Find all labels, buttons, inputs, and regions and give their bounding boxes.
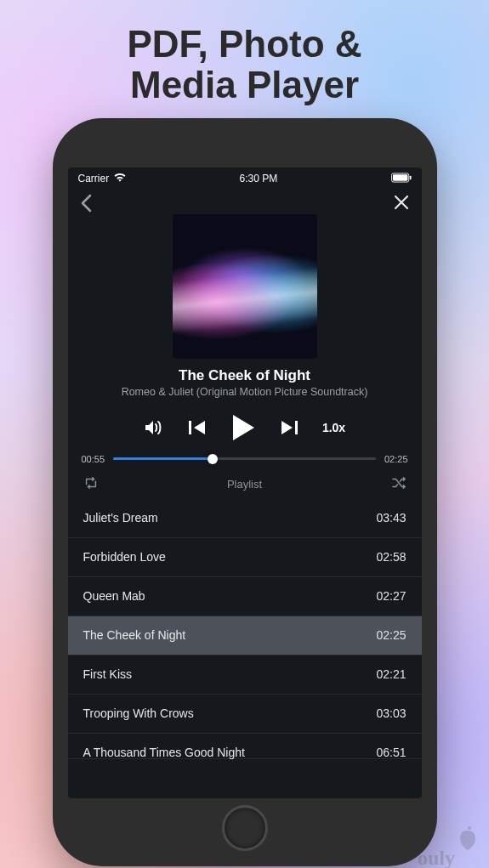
phone-device-frame: Carrier 6:30 PM The Cheek of Night Romeo… <box>53 118 437 866</box>
playlist-item-title: Forbidden Love <box>83 550 166 564</box>
promo-title-line2: Media Player <box>0 65 489 105</box>
playlist-item-duration: 02:58 <box>376 550 406 564</box>
battery-icon <box>391 173 412 185</box>
playlist-item-title: A Thousand Times Good Night <box>83 746 245 759</box>
carrier-label: Carrier <box>78 173 110 184</box>
svg-rect-1 <box>392 174 407 180</box>
play-button[interactable] <box>230 413 256 442</box>
track-artist: Romeo & Juliet (Original Motion Picture … <box>68 386 422 398</box>
svg-text:ouly: ouly <box>418 847 455 868</box>
elapsed-time: 00:55 <box>82 454 105 464</box>
seek-slider[interactable] <box>113 457 376 460</box>
back-button[interactable] <box>80 194 92 216</box>
seek-thumb <box>208 454 218 464</box>
playlist-item[interactable]: Forbidden Love 02:58 <box>68 538 422 577</box>
playlist-item-partial[interactable]: A Thousand Times Good Night 06:51 <box>68 734 422 759</box>
repeat-button[interactable] <box>83 476 99 492</box>
svg-rect-3 <box>189 421 191 434</box>
playlist-item-title: Queen Mab <box>83 589 145 603</box>
playlist-item[interactable]: Trooping With Crows 03:03 <box>68 695 422 734</box>
album-artwork <box>173 214 317 359</box>
status-time: 6:30 PM <box>239 173 277 184</box>
playlist-item-title: Trooping With Crows <box>83 706 194 720</box>
wifi-icon <box>114 173 126 184</box>
close-button[interactable] <box>393 194 410 214</box>
svg-rect-4 <box>295 421 298 434</box>
app-screen: Carrier 6:30 PM The Cheek of Night Romeo… <box>68 167 422 798</box>
playlist-item-title: The Cheek of Night <box>83 628 186 642</box>
previous-button[interactable] <box>188 419 207 436</box>
volume-button[interactable] <box>144 419 164 436</box>
playlist-label: Playlist <box>227 478 262 491</box>
promo-title: PDF, Photo & Media Player <box>0 0 489 106</box>
playlist-header: Playlist <box>68 464 422 499</box>
playlist-item-duration: 02:25 <box>376 628 406 642</box>
watermark-logo: ouly <box>416 825 484 868</box>
playlist-item-duration: 03:43 <box>376 511 406 525</box>
next-button[interactable] <box>280 419 299 436</box>
status-bar: Carrier 6:30 PM <box>68 167 422 190</box>
playlist-item-title: Juliet's Dream <box>83 511 158 525</box>
seek-fill <box>113 457 213 460</box>
playlist-item-duration: 06:51 <box>376 746 406 759</box>
status-left: Carrier <box>78 173 127 184</box>
track-title: The Cheek of Night <box>68 367 422 384</box>
playback-controls: 1.0x <box>68 413 422 442</box>
playback-speed-button[interactable]: 1.0x <box>322 421 345 434</box>
progress-row: 00:55 02:25 <box>68 454 422 464</box>
playlist-item-title: First Kiss <box>83 667 133 681</box>
playlist-item-duration: 03:03 <box>376 706 406 720</box>
svg-rect-2 <box>409 175 411 179</box>
total-time: 02:25 <box>384 454 408 464</box>
promo-title-line1: PDF, Photo & <box>0 24 489 65</box>
playlist-item[interactable]: Juliet's Dream 03:43 <box>68 499 422 538</box>
playlist-item[interactable]: First Kiss 02:21 <box>68 655 422 695</box>
playlist-item-active[interactable]: The Cheek of Night 02:25 <box>68 616 422 655</box>
home-button[interactable] <box>222 805 268 851</box>
playlist-item-duration: 02:27 <box>376 589 406 603</box>
playlist-item-duration: 02:21 <box>376 667 406 681</box>
svg-point-5 <box>468 826 471 830</box>
playlist: Juliet's Dream 03:43 Forbidden Love 02:5… <box>68 499 422 798</box>
shuffle-button[interactable] <box>391 476 407 492</box>
playlist-item[interactable]: Queen Mab 02:27 <box>68 577 422 616</box>
